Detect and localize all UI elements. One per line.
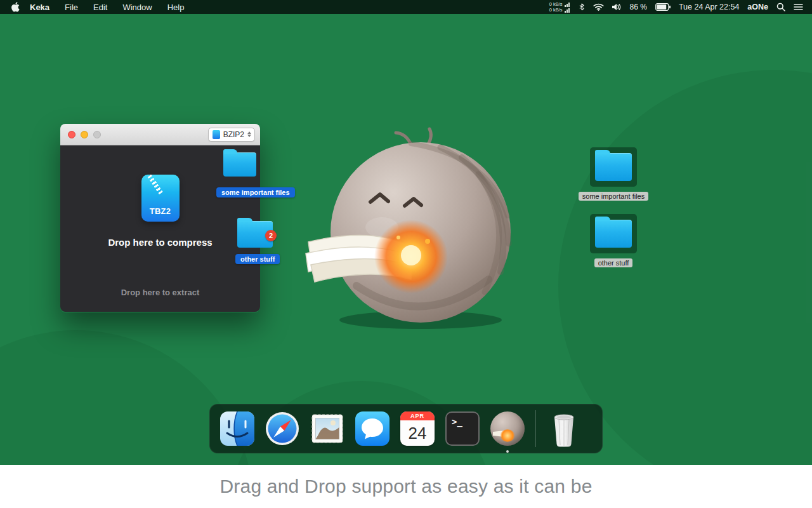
dock-messages-icon[interactable] [355, 411, 390, 446]
keka-mascot-illustration [316, 126, 519, 331]
net-bars-icon [565, 8, 570, 13]
fast-user-switching-menu[interactable]: aONe [747, 3, 768, 11]
app-menu-keka[interactable]: Keka [30, 3, 49, 12]
folder-icon [595, 153, 632, 181]
dock-mail-icon[interactable] [310, 411, 344, 446]
wifi-icon[interactable] [593, 3, 604, 11]
net-bars-icon [565, 2, 570, 7]
calendar-day-label: 24 [400, 420, 435, 446]
dragged-folder-label: other stuff [235, 254, 280, 264]
dock-terminal-icon[interactable]: >_ [445, 411, 480, 446]
format-dropdown-value: BZIP2 [223, 130, 244, 139]
calendar-month-label: APR [400, 411, 435, 420]
chevron-updown-icon [247, 131, 251, 137]
desktop-folder-other-stuff[interactable]: other stuff [572, 214, 655, 267]
close-button[interactable] [68, 131, 75, 138]
dock-safari-icon[interactable] [265, 411, 299, 446]
net-up-value: 0 kB/s [549, 2, 563, 7]
desktop-folder-label: other stuff [594, 258, 633, 267]
caption-text: Drag and Drop support as easy as it can … [219, 476, 592, 497]
notification-center-icon[interactable] [794, 3, 803, 11]
battery-icon[interactable] [655, 3, 671, 11]
selection-highlight [590, 214, 637, 253]
dock: APR 24 >_ [209, 404, 603, 453]
selection-highlight [590, 147, 637, 187]
dock-finder-icon[interactable] [220, 411, 254, 446]
bluetooth-icon[interactable] [579, 3, 585, 11]
zipper-graphic [147, 174, 163, 194]
dragged-folder-label: some important files [216, 187, 295, 197]
caption-bar: Drag and Drop support as easy as it can … [0, 465, 812, 508]
dragged-folder-some-important-files[interactable] [223, 152, 256, 177]
dock-trash-icon[interactable] [547, 411, 581, 446]
menu-bar-clock[interactable]: Tue 24 Apr 22:54 [679, 3, 739, 11]
apple-menu-icon[interactable] [11, 2, 20, 12]
dock-keka-icon[interactable] [490, 411, 525, 446]
net-down-value: 0 kB/s [549, 8, 563, 13]
window-titlebar[interactable]: BZIP2 [60, 124, 260, 145]
desktop-folder-label: some important files [579, 192, 648, 201]
terminal-prompt-glyph: >_ [452, 417, 462, 427]
network-speed-indicator[interactable]: 0 kB/s 0 kB/s [549, 2, 570, 13]
item-count-badge: 2 [265, 230, 277, 241]
battery-percentage: 86 % [630, 3, 647, 11]
folder-icon [595, 220, 632, 248]
menu-help[interactable]: Help [167, 3, 185, 12]
menu-window[interactable]: Window [122, 3, 152, 12]
tbz2-file-label: TBZ2 [141, 206, 180, 216]
menu-bar: Keka File Edit Window Help 0 kB/s 0 kB/s [0, 0, 812, 14]
dock-separator [535, 410, 536, 447]
running-indicator-dot [506, 450, 509, 453]
format-file-icon [213, 130, 220, 139]
minimize-button[interactable] [81, 131, 88, 138]
extract-dropzone-label[interactable]: Drop here to extract [60, 288, 260, 297]
compress-dropzone-label[interactable]: Drop here to compress [60, 237, 260, 248]
dragged-folder-other-stuff[interactable]: 2 [237, 221, 273, 248]
zoom-button [93, 131, 101, 138]
tbz2-file-icon: TBZ2 [141, 175, 180, 222]
menu-file[interactable]: File [65, 3, 78, 12]
desktop-folder-some-important-files[interactable]: some important files [572, 147, 655, 201]
menu-edit[interactable]: Edit [93, 3, 107, 12]
spotlight-search-icon[interactable] [776, 3, 785, 11]
desktop: Keka File Edit Window Help 0 kB/s 0 kB/s [0, 0, 812, 508]
dock-calendar-icon[interactable]: APR 24 [400, 411, 435, 446]
format-dropdown[interactable]: BZIP2 [208, 128, 255, 142]
volume-icon[interactable] [612, 3, 622, 11]
